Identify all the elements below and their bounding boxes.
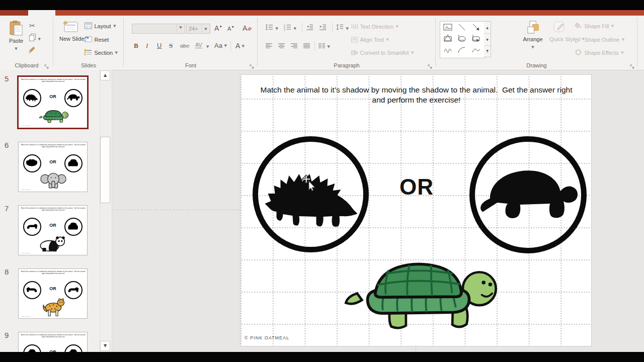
align-center-button[interactable] — [278, 42, 285, 51]
mini-credit: © PINK OATMEAL — [21, 252, 31, 254]
shape-elbow-icon[interactable] — [455, 28, 468, 39]
layout-icon — [85, 22, 92, 29]
file-tab[interactable] — [0, 10, 28, 16]
justify-button[interactable] — [303, 42, 310, 51]
font-name-combo[interactable]: ▼ — [132, 24, 185, 34]
increase-indent-button[interactable] — [319, 24, 327, 33]
turtle-clipart[interactable] — [339, 250, 504, 330]
shape-gallery: A — [440, 21, 485, 58]
gallery-scroll-down[interactable]: ▼ — [484, 33, 491, 45]
justify-icon — [303, 43, 310, 49]
copy-button[interactable]: ▼ — [29, 34, 41, 43]
grow-font-button[interactable]: A▲ — [214, 24, 222, 32]
decrease-indent-icon — [306, 24, 313, 31]
scrollbar-thumb[interactable] — [100, 137, 110, 203]
shape-triangle-icon[interactable] — [441, 28, 454, 39]
align-text-caret: ▼ — [386, 38, 388, 42]
italic-button[interactable]: I — [146, 42, 148, 50]
shape-effects-button[interactable]: Shape Effects ▼ — [575, 48, 624, 57]
text-direction-caret: ▼ — [396, 25, 398, 29]
paste-button[interactable]: Paste ▼ — [5, 21, 27, 53]
strikethrough-button[interactable]: S — [169, 42, 173, 50]
font-size-value: 24+ — [189, 26, 198, 32]
gallery-more-button[interactable]: ▼̲ — [484, 45, 491, 57]
ribbon-tab-strip — [0, 10, 644, 16]
turtle-shadow-shape[interactable] — [476, 166, 580, 221]
font-group: ▼ 24+▼ A▲ A▼ A B I U S abe AV ▼ Aa ▼ A ▼… — [124, 16, 258, 70]
credit-text: © PINK OATMEAL — [245, 335, 289, 340]
layout-button[interactable]: Layout ▼ — [85, 21, 116, 30]
clear-formatting-button[interactable]: A — [243, 24, 252, 32]
font-color-button[interactable]: A ▼ — [235, 42, 245, 50]
drawing-dialog-launcher[interactable] — [630, 62, 635, 68]
format-painter-button[interactable] — [29, 47, 36, 56]
section-icon — [85, 49, 92, 56]
new-slide-button[interactable]: New Slide ▼ — [57, 21, 84, 53]
scroll-down-button[interactable]: ▼ — [100, 341, 110, 351]
bullets-button[interactable]: ▼ — [266, 24, 278, 33]
font-size-combo[interactable]: 24+▼ — [186, 24, 210, 34]
gallery-scroll-up[interactable]: ▲ — [484, 22, 491, 33]
slide-thumbnail-5[interactable]: Match the animal to it’s shadow by movin… — [17, 75, 89, 129]
slide-thumbnail-8[interactable]: Match the animal to it’s shadow by movin… — [18, 268, 88, 319]
shape-fill-label: Shape Fill — [584, 23, 609, 29]
arrange-button[interactable]: Arrange ▼ — [520, 21, 545, 53]
scroll-up-button[interactable]: ▲ — [100, 70, 110, 80]
bold-button[interactable]: B — [134, 42, 138, 50]
mini-title: Match the animal to it’s shadow by movin… — [20, 144, 87, 148]
section-button[interactable]: Section ▼ — [85, 48, 118, 57]
shrink-font-button[interactable]: A▼ — [227, 25, 234, 32]
character-spacing-button[interactable]: AV — [195, 42, 202, 48]
mini-credit: © PINK OATMEAL — [21, 125, 31, 127]
home-tab-active[interactable] — [28, 10, 55, 16]
slide-number: 9 — [5, 331, 9, 339]
shape-effects-label: Shape Effects — [584, 50, 618, 56]
columns-button[interactable]: ▼ — [318, 42, 330, 51]
shape-scribble-icon[interactable] — [441, 45, 454, 56]
group-divider — [637, 18, 637, 67]
align-right-button[interactable] — [291, 42, 297, 51]
quick-styles-button[interactable]: Quick Styles ▼ — [547, 21, 572, 53]
reset-button[interactable]: Reset — [85, 35, 109, 44]
clipboard-dialog-launcher[interactable] — [44, 62, 50, 68]
text-shadow-strike-button[interactable]: abe — [180, 43, 189, 49]
decrease-indent-button[interactable] — [306, 24, 313, 33]
mini-credit: © PINK OATMEAL — [21, 189, 31, 191]
shape-elbow-arrow-icon[interactable] — [469, 28, 482, 39]
shape-arc-icon[interactable] — [455, 45, 468, 56]
numbering-button[interactable]: 123 ▼ — [284, 24, 296, 33]
paragraph-dialog-launcher[interactable] — [428, 62, 433, 68]
eraser-icon — [247, 27, 252, 31]
divider — [302, 23, 302, 33]
align-center-icon — [278, 43, 285, 49]
slide-thumbnail-7[interactable]: Match the animal to it’s shadow by movin… — [18, 205, 88, 255]
convert-smartart-caret: ▼ — [411, 51, 414, 55]
convert-smartart-button[interactable]: Convert to SmartArt ▼ — [351, 48, 414, 57]
paragraph-group-label: Paragraph — [258, 62, 436, 68]
paste-clipboard-icon — [10, 21, 23, 36]
align-left-button[interactable] — [266, 42, 272, 51]
bottom-letterbox-bar — [0, 352, 644, 362]
align-text-button[interactable]: Align Text ▼ — [351, 35, 389, 44]
text-direction-button[interactable]: Text Direction ▼ — [351, 22, 398, 31]
line-spacing-button[interactable]: ▼ — [336, 24, 349, 33]
thumbnail-scrollbar[interactable] — [100, 70, 111, 352]
font-dialog-launcher[interactable] — [250, 62, 255, 68]
or-textbox[interactable]: OR — [391, 174, 442, 200]
layout-caret: ▼ — [113, 24, 116, 28]
shape-outline-button[interactable]: Shape Outline ▼ — [575, 35, 624, 44]
line-spacing-icon — [336, 24, 344, 31]
shape-curve-icon[interactable] — [469, 45, 482, 56]
bullets-caret: ▼ — [275, 27, 278, 31]
powerpoint-window: Paste ▼ ✂ ▼ Clipboard New Slide ▼ — [0, 0, 644, 362]
slide-thumbnail-6[interactable]: Match the animal to it’s shadow by movin… — [18, 142, 88, 192]
change-case-button[interactable]: Aa ▼ — [214, 42, 227, 49]
slide-canvas[interactable]: Match the animal to it’s shadow by movin… — [240, 74, 592, 346]
slide-title-textbox[interactable]: Match the animal to it’s shadow by movin… — [256, 85, 577, 105]
underline-button[interactable]: U — [157, 42, 162, 49]
arrange-caret: ▼ — [531, 45, 534, 49]
slide-number: 8 — [5, 267, 9, 276]
cut-button[interactable]: ✂ — [29, 22, 35, 30]
svg-text:3: 3 — [284, 28, 285, 31]
shape-fill-button[interactable]: Shape Fill ▼ — [575, 21, 614, 30]
